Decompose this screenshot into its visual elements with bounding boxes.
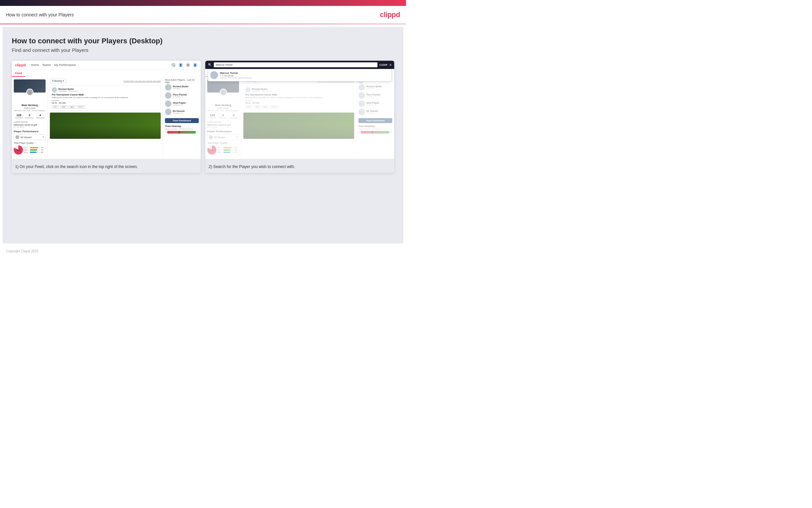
feed-card-title: Pre Tournament Course Walk bbox=[52, 93, 159, 96]
nav-my-performance[interactable]: My Performance bbox=[54, 64, 76, 67]
avatar-icon[interactable]: 👤 bbox=[193, 63, 197, 67]
player-name: Richard Butler bbox=[173, 85, 199, 88]
player-select[interactable]: Eli Vincent ▾ bbox=[14, 134, 46, 140]
stat-following-value: 4 bbox=[36, 114, 44, 117]
player-activities: Activities: 3 bbox=[173, 104, 199, 106]
bar-app: APP 70 bbox=[24, 149, 46, 151]
quality-circle: 84 bbox=[14, 145, 23, 155]
feed-meta: Yesterday · The Grove bbox=[58, 90, 78, 92]
clear-button[interactable]: CLEAR bbox=[379, 64, 387, 66]
profile-role-2: Golf Coach bbox=[207, 107, 239, 109]
list-item: Piers Parnell Activities: 4 bbox=[165, 92, 199, 99]
stat-activities-label: Activities bbox=[15, 117, 23, 119]
search-result-item[interactable]: Marcus Turner 1-5 Handicap Cypress Point… bbox=[210, 71, 389, 79]
close-button[interactable]: × bbox=[389, 63, 392, 67]
list-item: Eli Vincent Activities: 1 bbox=[165, 109, 199, 115]
profile-stats-2: 129 Activities 3 Followers 4 Following bbox=[207, 114, 239, 119]
latest-activity-date: 27 Jul 2022 bbox=[14, 126, 46, 128]
feed-duration: 02 hr : 00 min bbox=[52, 102, 159, 104]
header-divider bbox=[0, 24, 406, 24]
profile-club: Mill Ride Golf Club, United Kingdom bbox=[14, 110, 46, 112]
feed-card-desc: Walking the course with my coach to buil… bbox=[52, 96, 159, 98]
screenshot-1: clippd Home Teams My Performance 🔍 👤 ⚙ 👤… bbox=[12, 61, 201, 173]
stat-followers: 3 Followers bbox=[25, 114, 34, 119]
app-nav-1: clippd Home Teams My Performance 🔍 👤 ⚙ 👤 bbox=[12, 61, 201, 70]
player-select-avatar bbox=[15, 135, 19, 139]
logo: clippd bbox=[380, 10, 400, 19]
quality-bars: OTT 79 APP 70 ARG bbox=[24, 147, 46, 154]
tag-ott: OTT bbox=[52, 105, 59, 109]
control-link[interactable]: Control who can see your activity and da… bbox=[124, 80, 161, 82]
info-icon: ⓘ bbox=[34, 141, 36, 144]
search-icon[interactable]: 🔍 bbox=[171, 63, 176, 67]
player-avatar-sm bbox=[165, 92, 172, 99]
player-name: Eli Vincent bbox=[173, 110, 199, 112]
header: How to connect with your Players clippd bbox=[0, 6, 406, 24]
team-dashboard-button[interactable]: Team Dashboard bbox=[165, 118, 199, 123]
footer: Copyright Clippd 2022 bbox=[0, 246, 406, 256]
caption-2: 2) Search for the Player you wish to con… bbox=[205, 159, 394, 173]
app-right-1: Most Active Players - Last 30 days Richa… bbox=[163, 77, 201, 159]
app-body-2: Blair McHarg Golf Coach Mill Ride Golf C… bbox=[205, 77, 394, 159]
main-heading: How to connect with your Players (Deskto… bbox=[12, 37, 394, 45]
player-select-name: Eli Vincent bbox=[21, 136, 41, 138]
user-icon[interactable]: 👤 bbox=[178, 63, 183, 67]
feed-author-avatar bbox=[52, 87, 57, 92]
feed-card: Richard Butler Yesterday · The Grove Pre… bbox=[50, 85, 161, 111]
profile-stats: 129 Activities 3 Followers 4 Following bbox=[14, 114, 46, 119]
caption-1: 1) On your Feed, click on the search ico… bbox=[12, 159, 201, 173]
main-content: How to connect with your Players (Deskto… bbox=[3, 27, 403, 244]
feed-card-header: Richard Butler Yesterday · The Grove bbox=[52, 87, 159, 92]
page-title: How to connect with your Players bbox=[6, 12, 74, 17]
settings-icon[interactable]: ⚙ bbox=[186, 63, 190, 67]
app-left-2: Blair McHarg Golf Coach Mill Ride Golf C… bbox=[205, 77, 241, 159]
search-result-club: Cypress Point Club, United Kingdom bbox=[220, 77, 252, 79]
nav-home[interactable]: Home bbox=[31, 64, 39, 67]
list-item: Richard Butler Activities: 7 bbox=[359, 84, 392, 91]
profile-club-2: Mill Ride Golf Club, United Kingdom bbox=[207, 110, 239, 112]
following-row: Following ▾ Control who can see your act… bbox=[50, 79, 161, 83]
chevron-down-icon: ▾ bbox=[43, 136, 44, 138]
quality-row: 84 OTT 79 APP 70 bbox=[14, 145, 46, 155]
total-quality-label: Total Player Quality ⓘ bbox=[14, 141, 46, 144]
search-bar: 🔍 CLEAR × bbox=[205, 61, 394, 69]
app-nav-icons-1: 🔍 👤 ⚙ 👤 bbox=[171, 63, 197, 67]
profile-avatar-2 bbox=[220, 89, 227, 96]
copyright: Copyright Clippd 2022 bbox=[6, 249, 38, 253]
feed-tags: OTT APP ARG PUTT bbox=[52, 105, 159, 109]
player-performance-label: Player Performance bbox=[14, 130, 46, 133]
app-center-2: Following ▾ Control who can see your act… bbox=[241, 77, 356, 159]
heatmap-bar: -5 +5 bbox=[165, 131, 199, 134]
app-nav-links-1: Home Teams My Performance bbox=[31, 64, 76, 67]
feed-image bbox=[50, 113, 161, 139]
latest-activity-label: Latest Activity bbox=[14, 121, 46, 123]
feed-duration-label: Duration bbox=[52, 99, 159, 101]
stat-activities-value: 129 bbox=[15, 114, 23, 117]
app-left-1: Blair McHarg Golf Coach Mill Ride Golf C… bbox=[12, 77, 48, 159]
following-button[interactable]: Following ▾ bbox=[50, 79, 66, 83]
list-item: Hiral Pujara Activities: 3 bbox=[359, 100, 392, 107]
tag-putt: PUTT bbox=[77, 105, 85, 109]
search-input[interactable] bbox=[214, 62, 378, 67]
bar-ott: OTT 79 bbox=[24, 147, 46, 149]
stat-activities: 129 Activities bbox=[15, 114, 23, 119]
profile-avatar bbox=[26, 89, 34, 96]
stat-followers-value: 3 bbox=[25, 114, 34, 117]
player-name: Hiral Pujara bbox=[173, 102, 199, 104]
feed-tab-1[interactable]: Feed bbox=[12, 70, 25, 77]
profile-name: Blair McHarg bbox=[14, 104, 46, 107]
latest-activity-text: Afternoon round of golf bbox=[14, 124, 46, 126]
main-subheading: Find and connect with your Players bbox=[12, 47, 394, 53]
player-activities: Activities: 4 bbox=[173, 96, 199, 98]
most-active-title: Most Active Players - Last 30 days bbox=[165, 79, 199, 83]
player-activities: Activities: 7 bbox=[173, 88, 199, 90]
list-item: Piers Parnell Activities: 4 bbox=[359, 92, 392, 99]
bar-arg: ARG 62 bbox=[24, 151, 46, 153]
nav-teams[interactable]: Teams bbox=[42, 64, 51, 67]
stat-following: 4 Following bbox=[36, 114, 44, 119]
stat-followers-label: Followers bbox=[25, 117, 34, 119]
search-icon-overlay: 🔍 bbox=[208, 63, 212, 67]
search-result-avatar bbox=[210, 71, 218, 79]
profile-banner bbox=[14, 79, 46, 92]
app-center-1: Following ▾ Control who can see your act… bbox=[48, 77, 163, 159]
